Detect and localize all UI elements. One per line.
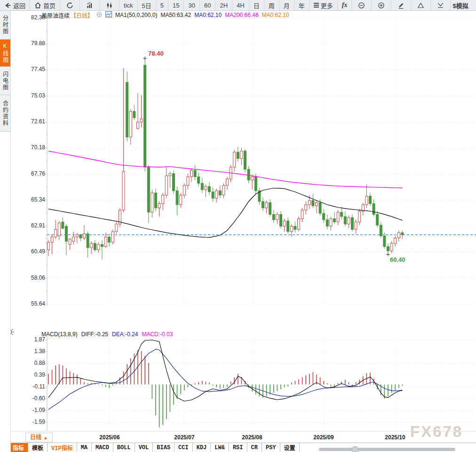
chart-header: 美原油连续 【日线】 MA1(50,0,200,0) MA50:63.42 MA… xyxy=(41,12,289,18)
macd-value: MACD:-0.03 xyxy=(142,331,173,338)
tab-bias[interactable]: BIAS xyxy=(153,443,175,452)
tab-lw[interactable]: LW& xyxy=(211,443,229,452)
fx-indicator-button[interactable]: fx xyxy=(338,0,352,10)
hamburger-icon xyxy=(314,2,319,8)
scrollbar-knob[interactable] xyxy=(352,446,358,452)
period-4h[interactable]: 4H xyxy=(232,0,249,10)
tab-vip-indicator[interactable]: VIP指标 xyxy=(48,443,77,452)
price-tick: 62.91 xyxy=(24,222,45,229)
diff-value: DIFF:-0.25 xyxy=(81,331,108,338)
simulate-button[interactable]: $模拟 xyxy=(451,0,476,10)
refresh-icon xyxy=(66,2,73,9)
period-15m[interactable]: 15 xyxy=(168,0,184,10)
tab-cci[interactable]: CCI xyxy=(175,443,193,452)
price-tick: 55.64 xyxy=(24,300,45,307)
tab-settings[interactable]: 设置 xyxy=(280,443,300,452)
triangle-up-glyph: ▲ xyxy=(43,435,48,440)
date-label: 2025/09 xyxy=(309,434,338,441)
price-tick: 79.88 xyxy=(24,40,45,47)
zoom-in-icon xyxy=(378,2,385,9)
price-tick: 82.30 xyxy=(24,14,45,21)
ma0-orange-value: MA0:62.10 xyxy=(262,12,289,18)
tab-indicator[interactable]: 指标 xyxy=(9,443,28,452)
bar-chart-icon xyxy=(86,2,94,9)
macd-tick: 0.39 xyxy=(24,371,45,378)
charting-app: { "toolbar": {"items": [ {"name":"back",… xyxy=(0,0,476,452)
tab-vol[interactable]: VOL xyxy=(135,443,153,452)
date-label: 2025/06 xyxy=(95,434,124,441)
svg-text:78.40: 78.40 xyxy=(148,50,164,57)
draw-button[interactable] xyxy=(391,0,411,10)
date-label: 2025/07 xyxy=(170,434,198,441)
tab-boll[interactable]: BOLL xyxy=(113,443,135,452)
candlestick-view-button[interactable] xyxy=(100,0,119,10)
ma50-value: MA50:63.42 xyxy=(160,12,191,18)
tab-macd[interactable]: MACD xyxy=(92,443,113,452)
refresh-button[interactable] xyxy=(60,0,80,10)
sidebar-item-kline-chart[interactable]: K线图 xyxy=(0,40,10,67)
sidebar-item-lightning-chart[interactable]: 闪电图 xyxy=(0,67,10,95)
zoom-out-button[interactable] xyxy=(352,0,372,10)
period-month[interactable]: 月 xyxy=(279,0,294,10)
period-year[interactable]: 年 xyxy=(294,0,309,10)
tab-kdj[interactable]: KDJ xyxy=(193,443,211,452)
top-toolbar: 返回 首页 tick 5日 5 15 30 60 2H 4H 日 周 月 年 更… xyxy=(0,0,476,11)
macd-tick: -0.11 xyxy=(24,383,45,390)
macd-tick: 1.87 xyxy=(24,336,45,343)
price-tick: 77.45 xyxy=(24,66,45,73)
price-tick: 58.06 xyxy=(24,274,45,281)
collapse-icon[interactable] xyxy=(96,12,102,19)
price-tick: 67.76 xyxy=(24,170,45,177)
back-icon xyxy=(4,2,11,9)
period-tick[interactable]: tick xyxy=(119,0,138,10)
sidebar-item-contract-info[interactable]: 合约资料 xyxy=(0,95,10,132)
home-label: 首页 xyxy=(43,1,56,10)
tab-ma[interactable]: MA xyxy=(77,443,92,452)
date-label: 2025/08 xyxy=(238,434,266,441)
period-30m[interactable]: 30 xyxy=(184,0,199,10)
macd-tick: 1.38 xyxy=(24,348,45,355)
period-tag: 【日线】 xyxy=(71,11,93,19)
symbol-name: 美原油连续 xyxy=(41,11,70,19)
triangle-down-icon xyxy=(437,2,444,8)
period-selector[interactable]: 日线▲ xyxy=(25,433,53,442)
home-icon xyxy=(34,2,41,9)
ma-settings: MA1(50,0,200,0) xyxy=(115,12,157,18)
period-60m[interactable]: 60 xyxy=(200,0,215,10)
zoom-out-icon xyxy=(358,2,365,9)
tab-psy[interactable]: PSY xyxy=(262,443,280,452)
horizontal-scrollbar[interactable] xyxy=(319,448,455,451)
price-tick: 75.03 xyxy=(24,92,45,99)
price-tick: 65.34 xyxy=(24,196,45,203)
mini-chart-icon[interactable] xyxy=(105,11,112,19)
triangle-down-button[interactable] xyxy=(431,0,451,10)
bar-chart-button[interactable] xyxy=(80,0,100,10)
candlestick-chart[interactable]: 78.4060.40 xyxy=(0,0,476,452)
pencil-icon xyxy=(397,2,405,9)
triangle-up-button[interactable] xyxy=(411,0,431,10)
candlestick-icon xyxy=(106,2,113,9)
back-button[interactable]: 返回 xyxy=(0,0,30,10)
ma0-blue-value: MA0:62.10 xyxy=(194,12,222,18)
zoom-in-button[interactable] xyxy=(372,0,391,10)
tab-rsi[interactable]: RSI xyxy=(229,443,247,452)
tab-template[interactable]: 模板 xyxy=(28,443,48,452)
macd-tick: -1.59 xyxy=(24,419,45,425)
period-2h[interactable]: 2H xyxy=(215,0,232,10)
macd-tick: 0.88 xyxy=(24,360,45,366)
dea-value: DEA:-0.24 xyxy=(112,331,138,338)
more-button[interactable]: 更多 xyxy=(309,0,338,10)
period-week[interactable]: 周 xyxy=(264,0,279,10)
price-tick: 70.18 xyxy=(24,144,45,151)
price-tick: 60.49 xyxy=(24,248,45,255)
macd-tick: -1.09 xyxy=(24,407,45,413)
macd-settings: MACD(13,8,9) xyxy=(41,331,78,338)
tab-cr[interactable]: CR xyxy=(247,443,262,452)
sidebar-item-time-chart[interactable]: 分时图 xyxy=(0,10,10,40)
date-label: 2025/10 xyxy=(381,434,409,441)
home-button[interactable]: 首页 xyxy=(30,0,60,10)
period-5d[interactable]: 5日 xyxy=(138,0,156,10)
triangle-up-icon xyxy=(417,2,424,8)
period-5m[interactable]: 5 xyxy=(156,0,168,10)
period-day[interactable]: 日 xyxy=(249,0,264,10)
